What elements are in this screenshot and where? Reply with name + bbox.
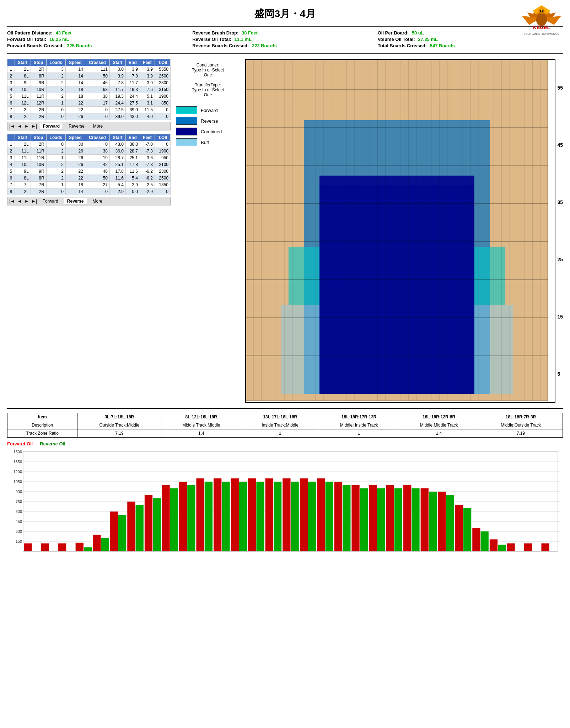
rcol-toil: T.Oil [155, 134, 170, 141]
col-toil: T.Oil [155, 59, 170, 66]
legend-area: Forward Reverse Combined Buff [176, 103, 240, 152]
col-speed: Speed [65, 59, 85, 66]
zone-header-row: Item 3L-7L:18L-18R 8L-12L:18L-18R 13L-17… [7, 413, 563, 421]
zone-ratio-6: 7.19 [479, 429, 563, 438]
rnav-next[interactable]: ► [25, 199, 29, 204]
chart-rev-label: Reverse Oil [40, 441, 65, 446]
reverse-table: Start Stop Loads Speed Crossed Start End… [7, 134, 171, 195]
rnav-last[interactable]: ►| [32, 199, 37, 204]
table-row: 410L10R2264225.117.8-7.32100 [7, 161, 171, 168]
table-row: 12L2R3141110.03.93.95550 [7, 66, 171, 73]
table-row: 77L7R118275.42.9-2.51350 [7, 182, 171, 188]
legend-buff: Buff [176, 138, 240, 146]
zone-desc-row: Description Outside Track:Middle Middle … [7, 421, 563, 429]
forward-table-container: Start Stop Loads Speed Crossed Start End… [7, 59, 171, 130]
oil-canvas [246, 60, 548, 401]
col-num [7, 59, 15, 66]
legend-reverse-label: Reverse [201, 118, 218, 124]
reverse-brush-drop: Reverse Brush Drop: 38 Feet [192, 30, 377, 36]
nav-next[interactable]: ► [25, 124, 29, 129]
bottom-table-section: Item 3L-7L:18L-18R 8L-12L:18L-18R 13L-17… [0, 413, 570, 438]
rcol-speed: Speed [65, 134, 85, 141]
legend-forward-box [176, 106, 197, 114]
chart-legend: Forward Oil Reverse Oil [7, 441, 563, 446]
zone-ratio-5: 1.4 [399, 429, 479, 438]
rtab-forward-2[interactable]: Forward [40, 198, 61, 204]
bottom-divider [7, 408, 563, 409]
lane-num-15: 15 [557, 314, 563, 320]
lane-num-25: 25 [557, 257, 563, 262]
zone-desc-5: Middle:Middle Track [399, 421, 479, 429]
table-row: 28L8R214503.97.83.92500 [7, 73, 171, 80]
zone-desc-6: Middle:Outside Track [479, 421, 563, 429]
tab-more-1[interactable]: More [90, 123, 106, 129]
stats-divider [7, 53, 563, 54]
table-row: 72L2R022027.539.011.50 [7, 107, 171, 113]
forward-boards-crossed: Forward Boards Crossed: 325 Boards [7, 43, 192, 48]
nav-first[interactable]: |◄ [9, 124, 15, 129]
table-row: 39L9R214467.811.73.92300 [7, 80, 171, 86]
legend-buff-box [176, 138, 197, 146]
zone-col-item: Item [7, 413, 77, 421]
lane-numbers: 55 45 35 25 15 5 [555, 59, 563, 403]
lane-num-35: 35 [557, 199, 563, 205]
forward-table: Start Stop Loads Speed Crossed Start End… [7, 59, 171, 120]
legend-panel: Conditioner: Type In or Select One Trans… [176, 59, 240, 403]
forward-table-nav: |◄ ◄ ► ►| Forward Reverse More [7, 122, 171, 130]
reverse-table-container: Start Stop Loads Speed Crossed Start End… [7, 134, 171, 205]
legend-combined: Combined [176, 128, 240, 135]
rtab-reverse-2[interactable]: Reverse [64, 198, 87, 204]
zone-col-4: 18L-18R:17R-13R [319, 413, 399, 421]
zone-ratio-1: 7.19 [77, 429, 161, 438]
table-row: 410L10R3186311.719.37.63150 [7, 86, 171, 93]
table-row: 612L12R1221724.427.53.1850 [7, 100, 171, 107]
rcol-start: Start [15, 134, 31, 141]
rtab-more-2[interactable]: More [90, 198, 105, 204]
oil-pattern-panel: 55 45 35 25 15 5 [245, 59, 563, 403]
left-panel: Start Stop Loads Speed Crossed Start End… [7, 59, 171, 403]
stats-section: Oil Pattern Distance: 43 Feet Forward Oi… [0, 28, 570, 51]
nav-prev[interactable]: ◄ [17, 124, 22, 129]
lane-num-55: 55 [557, 85, 563, 91]
table-row: 82L2R01402.90.0-2.90 [7, 188, 171, 195]
table-row: 82L2R026039.043.04.00 [7, 113, 171, 120]
nav-last[interactable]: ►| [32, 124, 37, 129]
rnav-first[interactable]: |◄ [9, 199, 15, 204]
zone-desc-label: Description [7, 421, 77, 429]
rcol-stop: Stop [31, 134, 46, 141]
page-header: 盛岡3月・4月 KEGEL YOUR LANES · OUR PASSION [0, 0, 570, 24]
tab-forward-1[interactable]: Forward [40, 123, 63, 129]
forward-table-header-row: Start Stop Loads Speed Crossed Start End… [7, 59, 171, 66]
rcol-num [7, 134, 15, 141]
oil-pattern-viz [245, 59, 555, 403]
zone-ratio-4: 1 [319, 429, 399, 438]
zone-table: Item 3L-7L:18L-18R 8L-12L:18L-18R 13L-17… [7, 413, 563, 438]
col-crossed: Crossed [85, 59, 109, 66]
svg-text:YOUR LANES · OUR PASSION: YOUR LANES · OUR PASSION [524, 33, 559, 35]
zone-ratio-2: 1.4 [161, 429, 241, 438]
table-row: 12L2R030043.036.0-7.00 [7, 141, 171, 148]
lane-num-45: 45 [557, 142, 563, 148]
zone-desc-3: Inside Track:Middle [241, 421, 319, 429]
legend-forward: Forward [176, 106, 240, 114]
table-row: 211L11R2263836.028.7-7.31900 [7, 148, 171, 155]
zone-desc-1: Outside Track:Middle [77, 421, 161, 429]
legend-combined-label: Combined [201, 129, 222, 134]
legend-reverse-box [176, 117, 197, 125]
chart-fwd-label: Forward Oil [7, 441, 33, 446]
zone-desc-4: Middle: Inside Track [319, 421, 399, 429]
rcol-crossed: Crossed [85, 134, 109, 141]
rnav-prev[interactable]: ◄ [17, 199, 22, 204]
col-stop: Stop [31, 59, 46, 66]
rcol-start2: Start [109, 134, 125, 141]
legend-buff-label: Buff [201, 140, 209, 145]
svg-point-8 [536, 13, 547, 26]
reverse-boards-crossed: Reverse Boards Crossed: 222 Boards [192, 43, 377, 48]
rcol-end: End [125, 134, 140, 141]
zone-ratio-3: 1 [241, 429, 319, 438]
tab-reverse-1[interactable]: Reverse [66, 123, 87, 129]
zone-col-6: 18L-18R:7R-3R [479, 413, 563, 421]
col-end: End [125, 59, 140, 66]
table-row: 59L9R2224617.811.6-6.22300 [7, 168, 171, 175]
table-row: 511L11R2183819.324.45.11900 [7, 93, 171, 100]
